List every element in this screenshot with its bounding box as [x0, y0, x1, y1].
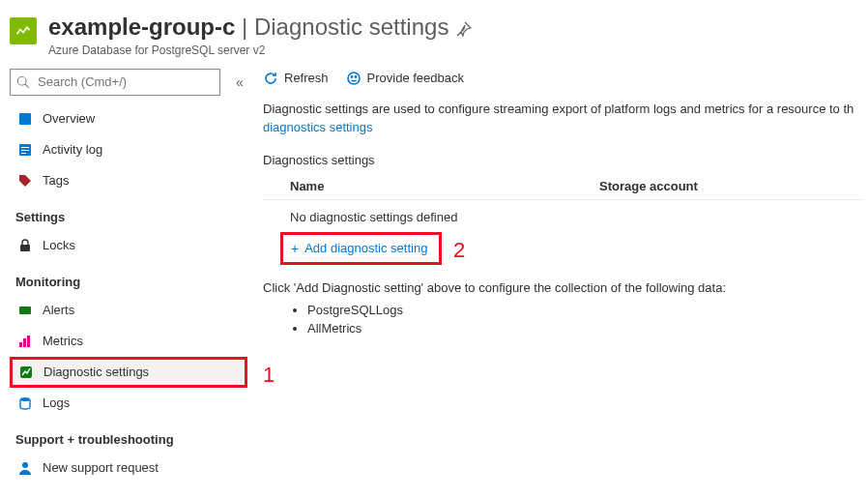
sidebar-item-metrics[interactable]: Metrics [10, 326, 247, 357]
main-content: Refresh Provide feedback Diagnostic sett… [255, 63, 868, 493]
sidebar-item-activity-log[interactable]: Activity log [10, 134, 247, 165]
svg-point-13 [348, 73, 360, 84]
svg-rect-5 [20, 245, 30, 251]
sidebar-item-label: Tags [43, 173, 69, 188]
refresh-icon [263, 71, 278, 86]
svg-rect-2 [21, 147, 29, 148]
svg-rect-4 [21, 153, 26, 154]
feedback-button[interactable]: Provide feedback [346, 71, 464, 86]
smile-icon [346, 71, 362, 86]
resource-type: Azure Database for PostgreSQL server v2 [48, 44, 448, 57]
search-icon [16, 75, 30, 89]
sidebar-item-label: Diagnostic settings [43, 365, 149, 379]
svg-rect-0 [19, 113, 31, 125]
sidebar-group-settings: Settings [10, 196, 247, 230]
svg-rect-9 [27, 336, 30, 347]
svg-rect-6 [19, 307, 31, 314]
svg-point-15 [355, 76, 356, 77]
section-title: Diagnostics settings [263, 153, 864, 167]
sidebar-item-alerts[interactable]: Alerts [10, 295, 247, 326]
resource-name: example-group-c [48, 14, 235, 40]
callout-number-2: 2 [453, 238, 465, 262]
sidebar-item-locks[interactable]: Locks [10, 230, 247, 261]
list-item: AllMetrics [307, 319, 864, 338]
sidebar: « Overview Activity log Tags Settings Lo… [0, 63, 255, 493]
table-header: Name Storage account [263, 173, 864, 200]
svg-point-12 [22, 462, 28, 468]
alerts-icon [17, 303, 33, 318]
svg-point-11 [20, 397, 30, 401]
description: Diagnostic settings are used to configur… [263, 100, 864, 137]
sidebar-item-label: Overview [43, 111, 95, 126]
sidebar-item-tags[interactable]: Tags [10, 165, 247, 196]
blade-title: Diagnostic settings [254, 14, 448, 40]
support-icon [17, 460, 33, 476]
sidebar-item-label: New support request [43, 460, 159, 475]
svg-rect-7 [19, 342, 22, 347]
lock-icon [17, 238, 33, 253]
pin-icon[interactable] [456, 21, 472, 40]
sidebar-item-label: Metrics [43, 334, 83, 348]
sidebar-item-new-support-request[interactable]: New support request [10, 453, 247, 483]
svg-point-14 [351, 76, 352, 77]
add-diagnostic-highlight: + Add diagnostic setting [280, 232, 442, 265]
column-name: Name [290, 179, 599, 193]
svg-rect-8 [23, 338, 26, 347]
sidebar-item-label: Locks [43, 238, 75, 252]
tags-icon [17, 173, 33, 189]
sidebar-item-label: Activity log [43, 142, 102, 157]
page-title: example-group-c | Diagnostic settings [48, 14, 448, 42]
add-diagnostic-setting-link[interactable]: + Add diagnostic setting [289, 237, 429, 260]
sidebar-item-label: Logs [43, 395, 70, 410]
search-input[interactable] [36, 73, 214, 90]
sidebar-group-monitoring: Monitoring [10, 261, 247, 295]
toolbar: Refresh Provide feedback [263, 69, 864, 100]
feedback-label: Provide feedback [367, 71, 464, 85]
search-input-wrapper[interactable] [10, 69, 220, 96]
sidebar-item-diagnostic-settings[interactable]: Diagnostic settings [10, 357, 247, 388]
sidebar-item-overview[interactable]: Overview [10, 103, 247, 134]
overview-icon [17, 111, 33, 127]
refresh-button[interactable]: Refresh [263, 71, 329, 86]
description-text: Diagnostic settings are used to configur… [263, 102, 854, 116]
metrics-icon [17, 334, 33, 349]
refresh-label: Refresh [284, 71, 329, 85]
plus-icon: + [291, 241, 299, 256]
sidebar-group-support: Support + troubleshooting [10, 419, 247, 453]
resource-icon [10, 17, 37, 44]
sidebar-item-label: Alerts [43, 303, 74, 317]
logs-icon [17, 395, 33, 411]
empty-state: No diagnostic settings defined [263, 200, 864, 232]
page-header: example-group-c | Diagnostic settings Az… [0, 0, 868, 63]
column-storage-account: Storage account [599, 179, 698, 193]
diagnostic-icon [18, 365, 34, 380]
svg-rect-3 [21, 150, 29, 151]
hint-text: Click 'Add Diagnostic setting' above to … [263, 280, 864, 295]
activity-log-icon [17, 142, 33, 158]
add-link-label: Add diagnostic setting [304, 241, 427, 255]
sidebar-item-logs[interactable]: Logs [10, 388, 247, 419]
diagnostics-settings-link[interactable]: diagnostics settings [263, 120, 372, 134]
list-item: PostgreSQLLogs [307, 301, 864, 320]
data-types-list: PostgreSQLLogs AllMetrics [307, 301, 864, 338]
collapse-sidebar-icon[interactable]: « [232, 74, 247, 90]
